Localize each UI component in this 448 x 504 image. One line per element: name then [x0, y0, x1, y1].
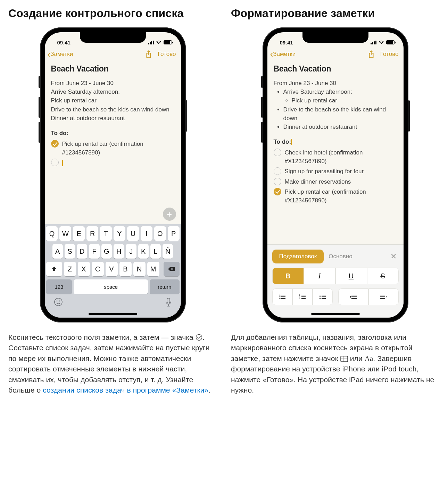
- emoji-key[interactable]: [54, 297, 63, 307]
- key-x[interactable]: X: [78, 262, 90, 276]
- note-editor[interactable]: Beach Vacation From June 23 - June 30 Ar…: [267, 61, 404, 244]
- checkbox-checked-icon[interactable]: [274, 188, 281, 195]
- list-item: Arrive Saturday afternoon: Pick up renta…: [283, 87, 397, 105]
- aa-inline-icon: Aa: [365, 354, 373, 363]
- caption-link[interactable]: создании списков задач в программе «Заме…: [43, 386, 208, 394]
- strikethrough-button[interactable]: S: [367, 268, 399, 284]
- checkbox-empty-icon[interactable]: [274, 167, 281, 175]
- key-ñ[interactable]: Ñ: [163, 244, 173, 259]
- style-body-button[interactable]: Основно: [329, 253, 383, 260]
- numbered-list-button[interactable]: 123: [292, 288, 313, 305]
- signal-icon: [148, 41, 154, 44]
- note-title: Beach Vacation: [51, 63, 175, 75]
- outdent-button[interactable]: [338, 288, 368, 305]
- done-button[interactable]: Готово: [380, 51, 399, 58]
- key-n[interactable]: N: [133, 262, 146, 276]
- close-format-button[interactable]: ✕: [388, 252, 399, 261]
- style-heading-button[interactable]: Подзаголовок: [272, 250, 324, 263]
- outdent-icon: [349, 294, 357, 299]
- key-g[interactable]: G: [101, 244, 112, 259]
- key-o[interactable]: O: [154, 226, 166, 241]
- svg-rect-3: [167, 298, 170, 303]
- key-z[interactable]: Z: [64, 262, 76, 276]
- back-label: Заметки: [273, 51, 296, 58]
- todo-row[interactable]: Pick up rental car (confirmation #X12345…: [274, 187, 397, 205]
- nav-bar: ‹ Заметки Готово: [267, 48, 404, 61]
- key-a[interactable]: A: [52, 244, 63, 259]
- indent-segment: [338, 288, 399, 305]
- column-format: Форматирование заметки 09:41: [231, 7, 440, 403]
- indent-button[interactable]: [368, 288, 399, 305]
- key-e[interactable]: E: [73, 226, 85, 241]
- todo-text: Check into hotel (confirmation #X1234567…: [285, 148, 397, 166]
- heading-checklist: Создание контрольного списка: [8, 7, 217, 20]
- caption-text: или: [348, 354, 365, 362]
- todo-row[interactable]: Check into hotel (confirmation #X1234567…: [274, 148, 397, 166]
- key-d[interactable]: D: [77, 244, 87, 259]
- todo-heading: To do:: [51, 129, 175, 137]
- checkbox-empty-icon[interactable]: [51, 159, 59, 166]
- text-style-segment: B I U S: [272, 268, 399, 284]
- text-cursor: [291, 139, 292, 145]
- list-item-text: Arrive Saturday afternoon:: [283, 89, 352, 95]
- space-key[interactable]: space: [74, 279, 148, 294]
- checkbox-empty-icon[interactable]: [274, 149, 281, 156]
- dash-list-button[interactable]: [313, 288, 333, 305]
- todo-heading: To do:: [274, 137, 397, 146]
- indent-icon: [380, 294, 387, 299]
- note-editor[interactable]: Beach Vacation From June 23 - June 30 Ar…: [45, 61, 181, 224]
- note-title: Beach Vacation: [274, 63, 397, 75]
- backspace-key[interactable]: [164, 262, 180, 276]
- key-q[interactable]: Q: [46, 226, 58, 241]
- checklist-inline-icon: [196, 334, 202, 341]
- bullet-list-button[interactable]: [272, 288, 292, 305]
- todo-row[interactable]: Pick up rental car (confirmation #123456…: [51, 140, 175, 157]
- key-h[interactable]: H: [114, 244, 124, 259]
- key-s[interactable]: S: [65, 244, 75, 259]
- svg-rect-24: [351, 296, 357, 297]
- share-icon[interactable]: [368, 50, 375, 58]
- svg-rect-16: [301, 298, 306, 299]
- svg-point-9: [279, 298, 280, 299]
- shift-key[interactable]: [46, 262, 62, 276]
- key-p[interactable]: P: [168, 226, 180, 241]
- key-k[interactable]: K: [138, 244, 149, 259]
- svg-rect-12: [301, 295, 306, 295]
- return-key[interactable]: return: [150, 279, 179, 294]
- checkbox-empty-icon[interactable]: [274, 178, 281, 185]
- key-b[interactable]: B: [119, 262, 132, 276]
- svg-rect-6: [281, 295, 285, 295]
- key-r[interactable]: R: [86, 226, 98, 241]
- share-icon[interactable]: [145, 50, 152, 58]
- key-u[interactable]: U: [127, 226, 139, 241]
- numbers-key[interactable]: 123: [46, 279, 72, 294]
- dictation-key[interactable]: [165, 297, 172, 307]
- svg-point-2: [59, 301, 60, 302]
- todo-row[interactable]: [51, 158, 175, 167]
- keyboard[interactable]: QWERTYUIOP ASDFGHJKLÑ ZXCVBNM: [45, 224, 181, 318]
- key-t[interactable]: T: [100, 226, 112, 241]
- done-button[interactable]: Готово: [158, 51, 176, 58]
- key-c[interactable]: C: [92, 262, 104, 276]
- key-i[interactable]: I: [141, 226, 152, 241]
- italic-button[interactable]: I: [304, 268, 335, 284]
- todo-row[interactable]: Make dinner reservations: [274, 177, 397, 186]
- todo-row[interactable]: Sign up for parasailing for four: [274, 167, 397, 176]
- key-y[interactable]: Y: [114, 226, 125, 241]
- caption-format: Для добавления таблицы, названия, заголо…: [231, 332, 440, 396]
- back-label: Заметки: [50, 51, 73, 58]
- underline-button[interactable]: U: [335, 268, 367, 284]
- battery-icon: [164, 40, 172, 44]
- back-button[interactable]: ‹ Заметки: [270, 50, 296, 59]
- key-f[interactable]: F: [89, 244, 99, 259]
- checkbox-checked-icon[interactable]: [51, 140, 59, 148]
- plus-icon: +: [167, 208, 172, 221]
- add-button[interactable]: +: [163, 208, 176, 221]
- key-j[interactable]: J: [126, 244, 136, 259]
- key-m[interactable]: M: [147, 262, 159, 276]
- key-v[interactable]: V: [106, 262, 118, 276]
- bold-button[interactable]: B: [272, 268, 304, 284]
- key-l[interactable]: L: [150, 244, 161, 259]
- back-button[interactable]: ‹ Заметки: [48, 50, 73, 59]
- key-w[interactable]: W: [59, 226, 71, 241]
